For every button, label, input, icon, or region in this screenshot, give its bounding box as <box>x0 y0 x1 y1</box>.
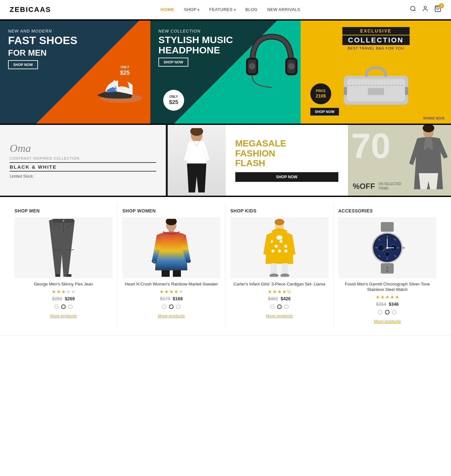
shop-kids-title: SHOP KIDS <box>230 208 328 213</box>
jeans-image <box>44 219 83 277</box>
shop-men-title: SHOP MEN <box>14 208 112 213</box>
color-dot-1[interactable] <box>54 304 59 309</box>
watch-image <box>363 219 411 277</box>
banner-bag-exclusive: EXCLUSIVE COLLECTION BEST TRAVEL BAG FOR… <box>342 27 409 50</box>
women-more-products[interactable]: More products <box>122 313 220 318</box>
cardigan-image <box>258 219 300 277</box>
svg-point-25 <box>62 220 64 222</box>
svg-point-62 <box>385 252 390 257</box>
banner-shoes-title: FAST SHOESFOR MEN <box>8 35 77 58</box>
cart-badge: 3 <box>439 3 444 8</box>
kids-more-products[interactable]: More products <box>230 313 328 318</box>
women-price-old: $173 <box>160 296 170 301</box>
svg-point-13 <box>288 63 295 70</box>
nav-features[interactable]: FEATURES ▾ <box>209 7 236 12</box>
kids-color-dots <box>230 304 328 309</box>
shop-women-card: SHOP WOMEN <box>117 203 225 329</box>
acc-color-dot-3[interactable] <box>392 310 397 314</box>
men-price-new: $269 <box>65 296 75 301</box>
kids-price-old: $462 <box>268 296 278 301</box>
banner-megasale: MEGASALEFASHIONFLASH SHOP NOW <box>226 125 451 196</box>
acc-color-dot-1[interactable] <box>378 310 382 314</box>
header: ZEBICAAS HOME SHOP ▾ FEATURES ▾ BLOG NEW… <box>0 0 451 19</box>
nav-blog[interactable]: BLOG <box>245 7 258 12</box>
cart-button[interactable]: 3 <box>434 5 441 14</box>
men-color-dots <box>14 304 112 309</box>
search-button[interactable] <box>410 5 416 14</box>
banner-headphone-title: STYLISH MUSICHEADPHONE <box>158 35 233 55</box>
svg-point-43 <box>276 235 283 240</box>
user-button[interactable] <box>422 5 428 14</box>
kids-color-dot-2[interactable] <box>277 304 282 309</box>
megasale-70: 70 <box>351 128 390 163</box>
banner-bag: EXCLUSIVE COLLECTION BEST TRAVEL BAG FOR… <box>301 21 451 124</box>
svg-point-37 <box>275 245 278 248</box>
svg-point-2 <box>424 6 427 9</box>
accessories-price-old: $354 <box>376 302 386 307</box>
banner-bw-tagline: Contrast inspired collection <box>10 156 156 160</box>
women-color-dot-2[interactable] <box>169 304 174 309</box>
banner-bag-btn[interactable]: SHOP NOW <box>310 108 339 116</box>
banner-headphone-btn[interactable]: SHOP NOW <box>158 58 188 67</box>
shop-sections: SHOP MEN George Men <box>0 197 451 335</box>
model-fashion <box>406 125 451 196</box>
men-more-products[interactable]: More products <box>14 313 112 318</box>
svg-point-66 <box>386 247 388 249</box>
banners-top: New and Modern FAST SHOESFOR MEN SHOP NO… <box>0 19 451 125</box>
women-stars: ★ ★ ★ ★ ★ <box>122 289 220 294</box>
kids-product-image <box>230 217 328 278</box>
sweater-image <box>150 219 192 277</box>
svg-point-41 <box>278 249 281 253</box>
women-color-dot-1[interactable] <box>162 304 166 309</box>
banner-bw-cursive: Oma <box>10 142 156 154</box>
banner-bw-title: BLACK & WHITE <box>10 162 156 172</box>
acc-color-dot-2[interactable] <box>385 310 390 314</box>
megasale-title: MEGASALEFASHIONFLASH <box>235 139 338 168</box>
banner-shoes-subtitle: New and Modern <box>8 29 77 33</box>
men-product-image <box>14 217 112 278</box>
women-price-new: $168 <box>173 296 183 301</box>
accessories-prices: $354 $346 <box>338 302 437 307</box>
women-product-image <box>122 217 220 278</box>
women-prices: $173 $168 <box>122 296 220 301</box>
megasale-off: %OFF <box>353 182 375 191</box>
nav-shop[interactable]: SHOP ▾ <box>184 7 200 12</box>
men-stars: ★ ★ ★ ★ ★ <box>14 289 112 294</box>
logo[interactable]: ZEBICAAS <box>10 5 51 14</box>
megasale-btn[interactable]: SHOP NOW <box>235 172 338 182</box>
svg-rect-17 <box>344 87 347 95</box>
svg-point-70 <box>386 270 388 272</box>
svg-point-38 <box>279 240 283 243</box>
kids-color-dot-3[interactable] <box>284 304 289 309</box>
svg-rect-48 <box>381 222 394 232</box>
search-icon <box>410 5 416 12</box>
svg-point-42 <box>284 249 287 253</box>
svg-point-69 <box>386 267 388 269</box>
price-badge-headphone: ONLY $25 <box>163 90 184 111</box>
color-dot-3[interactable] <box>68 304 73 309</box>
shop-kids-card: SHOP KIDS <box>226 203 334 329</box>
kids-prices: $462 $426 <box>230 296 328 301</box>
user-icon <box>422 5 428 12</box>
main-nav: HOME SHOP ▾ FEATURES ▾ BLOG NEW ARRIVALS <box>161 7 300 12</box>
svg-point-10 <box>249 63 255 70</box>
svg-line-1 <box>414 10 416 11</box>
bag-image <box>341 63 411 108</box>
kids-stars: ★ ★ ★ ★ ½ <box>230 289 328 294</box>
color-dot-2[interactable] <box>61 304 66 309</box>
women-product-name: Heart N Crush Women's Rainbow Marled Swe… <box>122 282 220 287</box>
accessories-more-products[interactable]: More products <box>338 319 437 324</box>
accessories-product-name: Fossil Men's Garrett Chronograph Silver-… <box>338 282 437 293</box>
accessories-color-dots <box>338 310 437 314</box>
men-price-old: $283 <box>52 296 62 301</box>
nav-new-arrivals[interactable]: NEW ARRIVALS <box>267 7 300 12</box>
kids-color-dot-1[interactable] <box>270 304 275 309</box>
svg-rect-67 <box>402 247 405 249</box>
women-color-dot-3[interactable] <box>176 304 181 309</box>
nav-home[interactable]: HOME <box>161 7 174 12</box>
model-bw <box>168 125 226 196</box>
banner-bag-limited: limited stock <box>423 116 445 120</box>
banner-shoes-btn[interactable]: SHOP NOW <box>8 60 38 69</box>
headphone-image <box>240 24 301 95</box>
banner-bw-limited: Limited Stock. <box>10 174 156 179</box>
